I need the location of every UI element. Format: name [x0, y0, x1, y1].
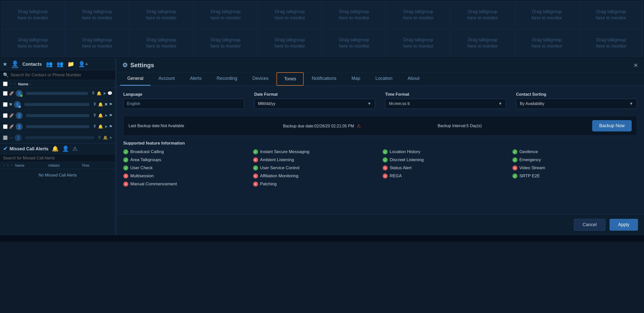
- talkgroup-cell[interactable]: Drag talkgroup here to monitor: [258, 29, 322, 57]
- tab-recording[interactable]: Recording: [210, 72, 244, 86]
- send-icon[interactable]: ➤: [104, 113, 108, 118]
- contact-actions: 🎙 🔔 ➤ ⚑: [93, 124, 112, 129]
- supported-icon: ✓: [383, 149, 388, 154]
- backup-now-button[interactable]: Backup Now: [592, 120, 632, 131]
- talkgroup-cell[interactable]: Drag talkgroup here to monitor: [386, 1, 450, 29]
- contact-sorting-select[interactable]: By Availability ▼: [516, 99, 637, 109]
- contact-checkbox[interactable]: [3, 91, 8, 96]
- tab-map[interactable]: Map: [344, 72, 367, 86]
- bell-icon[interactable]: 🔔: [97, 91, 102, 96]
- unsupported-icon: ✕: [123, 182, 128, 187]
- language-label: Language: [123, 92, 244, 97]
- tab-location[interactable]: Location: [368, 72, 399, 86]
- missed-alerts-search-input[interactable]: [3, 156, 112, 160]
- contact-checkbox[interactable]: [3, 135, 8, 140]
- add-user-tab-icon[interactable]: 👤+: [78, 61, 88, 67]
- talkgroup-cell[interactable]: Drag talkgroup here to monitor: [386, 29, 450, 57]
- bell-icon[interactable]: 🔔: [103, 135, 108, 140]
- talkgroup-cell[interactable]: Drag talkgroup here to monitor: [130, 1, 193, 29]
- talkgroup-cell[interactable]: Drag talkgroup here to monitor: [65, 29, 129, 57]
- select-all-checkbox[interactable]: [3, 82, 8, 86]
- send-icon[interactable]: ➤: [109, 135, 112, 140]
- group-tab-icon[interactable]: 👥: [46, 61, 53, 67]
- tab-devices[interactable]: Devices: [245, 72, 275, 86]
- feature-label: Status Alert: [390, 165, 412, 170]
- talkgroup-cell[interactable]: Drag talkgroup here to monitor: [322, 29, 386, 57]
- folder-tab-icon[interactable]: 📁: [67, 61, 74, 67]
- talkgroup-cell[interactable]: Drag talkgroup here to monitor: [1, 1, 65, 29]
- no-missed-alerts-text: No Missed Call Alerts: [0, 169, 115, 182]
- talkgroup-cell[interactable]: Drag talkgroup here to monitor: [515, 29, 579, 57]
- feature-item: ✓Geofence: [512, 149, 637, 154]
- feature-label: Area Talkgroups: [130, 157, 161, 162]
- talkgroup-cell[interactable]: Drag talkgroup here to monitor: [451, 1, 514, 29]
- flag-icon[interactable]: ⚑: [109, 102, 112, 107]
- flag-icon[interactable]: ⚑: [109, 113, 112, 118]
- contacts-tab-label[interactable]: Contacts: [22, 62, 42, 67]
- chat-icon[interactable]: 💬: [107, 91, 112, 96]
- settings-fields-row: Language English Date Format MM/dd/yy ▼ …: [123, 92, 637, 109]
- sort-down-icon[interactable]: ↑: [14, 82, 16, 86]
- users-tab-icon[interactable]: 👥: [57, 61, 63, 67]
- talkgroup-cell[interactable]: Drag talkgroup here to monitor: [515, 1, 579, 29]
- last-backup-text: Last Backup date:Not Available: [129, 124, 275, 128]
- mic-icon[interactable]: 🎙: [93, 102, 97, 107]
- mic-icon[interactable]: 🎙: [93, 124, 97, 129]
- talkgroup-cell[interactable]: Drag talkgroup here to monitor: [1, 29, 65, 57]
- supported-icon: ✓: [383, 157, 388, 162]
- send-icon[interactable]: ✖: [104, 102, 108, 107]
- talkgroup-cell[interactable]: Drag talkgroup here to monitor: [579, 29, 643, 57]
- close-button[interactable]: ×: [633, 61, 638, 69]
- star-tab-icon[interactable]: ★: [3, 61, 8, 67]
- tab-general[interactable]: General: [120, 72, 150, 86]
- supported-icon: ✓: [512, 149, 517, 154]
- talkgroup-cell[interactable]: Drag talkgroup here to monitor: [451, 29, 514, 57]
- missed-alerts-section: ✔ Missed Call Alerts 🔔 👤 ⚠: [0, 143, 115, 154]
- contacts-tab-icon[interactable]: 👤: [12, 60, 18, 68]
- feature-item: ✕Patching: [253, 182, 378, 187]
- tab-about[interactable]: About: [400, 72, 426, 86]
- apply-button[interactable]: Apply: [610, 219, 638, 231]
- notifications-bell-icon[interactable]: 🔔: [52, 146, 59, 152]
- sort-up-col[interactable]: ↑: [3, 163, 5, 167]
- contact-name: [25, 136, 94, 139]
- bell-icon[interactable]: 🔔: [98, 124, 103, 129]
- sort-down-col[interactable]: ↑: [7, 163, 9, 167]
- time-format-select[interactable]: hh:mm:ss tt ▼: [385, 99, 506, 109]
- talkgroup-cell[interactable]: Drag talkgroup here to monitor: [130, 29, 193, 57]
- tab-alerts[interactable]: Alerts: [183, 72, 209, 86]
- tab-tones[interactable]: Tones: [276, 72, 304, 86]
- talkgroup-cell[interactable]: Drag talkgroup here to monitor: [194, 1, 257, 29]
- sort-up-icon[interactable]: ↑: [10, 82, 12, 86]
- date-format-select[interactable]: MM/dd/yy ▼: [254, 99, 375, 109]
- contact-search-input[interactable]: [11, 73, 112, 78]
- talkgroup-cell[interactable]: Drag talkgroup here to monitor: [65, 1, 129, 29]
- tab-account[interactable]: Account: [151, 72, 182, 86]
- contact-checkbox[interactable]: [3, 113, 8, 118]
- send-icon[interactable]: ➤: [103, 91, 106, 96]
- flag-icon[interactable]: ⚑: [109, 124, 112, 129]
- contact-checkbox[interactable]: [3, 124, 8, 129]
- cancel-button[interactable]: Cancel: [574, 219, 606, 231]
- unsupported-icon: ✕: [253, 182, 258, 187]
- tab-notifications[interactable]: Notifications: [305, 72, 343, 86]
- missed-alerts-title: ✔ Missed Call Alerts: [3, 146, 48, 152]
- mic-icon[interactable]: 🎙: [91, 91, 95, 96]
- bell-icon[interactable]: 🔔: [98, 113, 103, 118]
- supported-icon: ✓: [253, 149, 258, 154]
- talkgroup-cell[interactable]: Drag talkgroup here to monitor: [258, 1, 322, 29]
- contact-name: [26, 114, 89, 117]
- name-sort-icon[interactable]: ↑: [11, 163, 13, 167]
- mic-icon[interactable]: 🎙: [93, 113, 97, 118]
- missed-name-col: Name: [15, 163, 46, 167]
- talkgroup-cell[interactable]: Drag talkgroup here to monitor: [579, 1, 643, 29]
- contact-checkbox[interactable]: [3, 102, 8, 107]
- search-icon: 🔍: [3, 72, 9, 78]
- send-icon[interactable]: ➤: [104, 124, 108, 129]
- bell-icon[interactable]: 🔔: [98, 102, 103, 107]
- talkgroup-cell[interactable]: Drag talkgroup here to monitor: [322, 1, 386, 29]
- date-format-dropdown-arrow: ▼: [367, 101, 371, 106]
- missed-time-col: Time: [82, 163, 112, 167]
- talkgroup-cell[interactable]: Drag talkgroup here to monitor: [194, 29, 257, 57]
- mic-icon[interactable]: 🎙: [98, 135, 102, 140]
